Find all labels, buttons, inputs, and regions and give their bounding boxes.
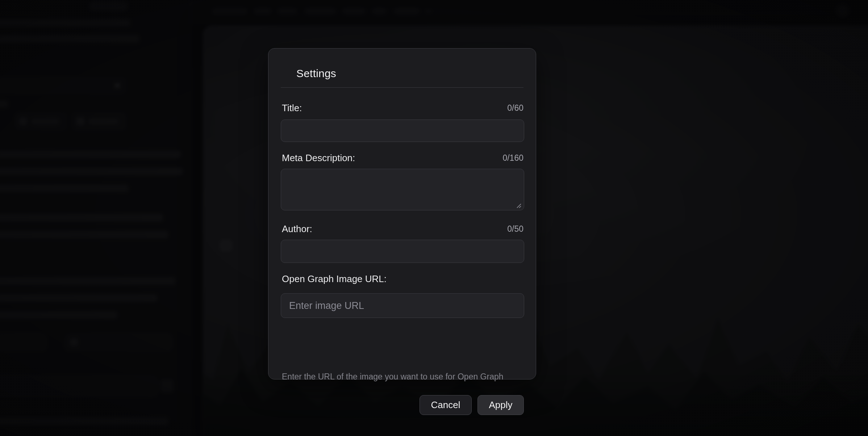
title-input[interactable] [281, 120, 524, 142]
dialog-title: Settings [296, 67, 336, 80]
settings-dialog: Settings Title: 0/60 Meta Description: 0… [268, 48, 536, 380]
og-image-url-label: Open Graph Image URL: [282, 273, 387, 285]
og-image-helper-text: Enter the URL of the image you want to u… [282, 372, 504, 382]
title-label: Title: [282, 102, 302, 114]
cancel-button[interactable]: Cancel [420, 395, 472, 415]
author-input[interactable] [281, 240, 524, 263]
meta-description-textarea[interactable] [281, 169, 524, 210]
dialog-actions: Cancel Apply [420, 395, 524, 415]
meta-description-char-counter: 0/160 [502, 153, 523, 163]
author-char-counter: 0/50 [507, 224, 523, 234]
og-image-url-input[interactable] [281, 293, 524, 318]
meta-description-label: Meta Description: [282, 152, 355, 164]
title-char-counter: 0/60 [507, 103, 523, 113]
dialog-divider [281, 87, 523, 88]
author-label: Author: [282, 223, 312, 235]
apply-button[interactable]: Apply [477, 395, 524, 415]
